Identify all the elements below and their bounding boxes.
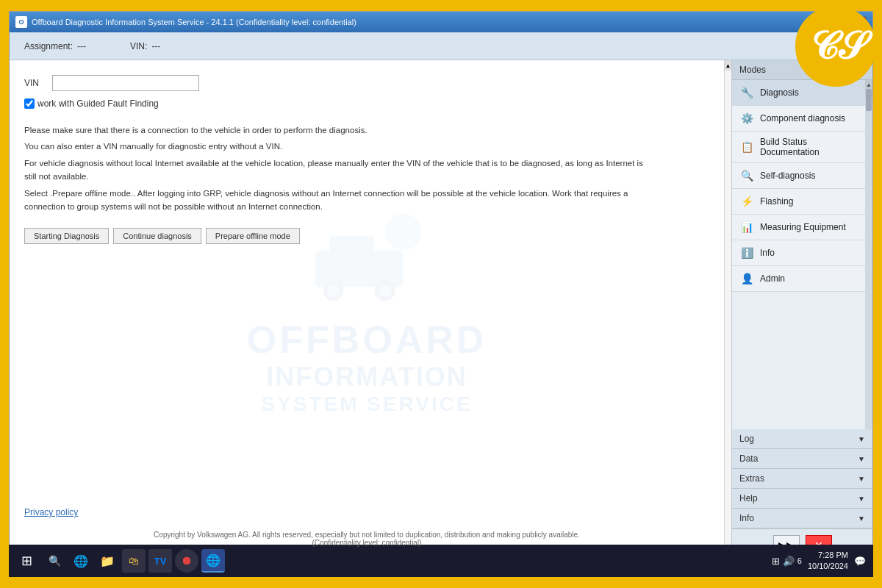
- sidebar-item-component-diagnosis[interactable]: ⚙️Component diagnosis: [732, 106, 865, 132]
- taskbar-system-tray: ⊞ 🔊: [772, 556, 795, 567]
- collapsed-arrow-2: ▼: [858, 475, 865, 483]
- record-button[interactable]: ⏺: [175, 549, 198, 573]
- content-area: 🔧 OFFBOARD INFORMATION SYSTEM SERVICE VI…: [10, 60, 872, 562]
- copyright-line2: (Confidentiality level: confidential): [10, 539, 724, 547]
- store-button[interactable]: 🛍: [122, 549, 146, 573]
- action-buttons: Starting Diagnosis Continue diagnosis Pr…: [24, 228, 709, 244]
- active-app-button[interactable]: 🌐: [201, 549, 225, 573]
- collapsed-label-1: Data: [739, 453, 758, 464]
- sidebar-item-icon-6: ℹ️: [739, 245, 754, 260]
- privacy-policy-link[interactable]: Privacy policy: [24, 507, 78, 517]
- sidebar-item-self-diagnosis[interactable]: 🔍Self-diagnosis: [732, 163, 865, 189]
- assignment-label: Assignment:: [24, 41, 73, 51]
- sidebar-collapsed-extras[interactable]: Extras▼: [732, 469, 872, 489]
- svg-point-3: [328, 285, 340, 297]
- sidebar-item-icon-1: ⚙️: [739, 111, 754, 126]
- notification-button[interactable]: 💬: [851, 556, 869, 567]
- vin-section-header: VIN: ---: [130, 41, 160, 51]
- starting-diagnosis-button[interactable]: Starting Diagnosis: [24, 228, 109, 244]
- watermark-logo-text: 𝒞𝒮: [808, 24, 864, 68]
- sidebar-scroll-up[interactable]: ▲: [865, 80, 872, 89]
- watermark-line2: INFORMATION: [247, 362, 487, 392]
- sidebar-item-label-4: Flashing: [760, 196, 793, 207]
- sidebar-collapsed-log[interactable]: Log▼: [732, 429, 872, 449]
- watermark-line3: SYSTEM SERVICE: [247, 392, 487, 416]
- svg-point-2: [323, 281, 344, 301]
- sidebar-item-label-0: Diagnosis: [760, 87, 799, 98]
- sidebar-item-info[interactable]: ℹ️Info: [732, 240, 865, 266]
- sidebar: Modes ▲ 🔧Diagnosis⚙️Component diagnosis📋…: [731, 60, 872, 562]
- clock-date: 10/10/2024: [808, 561, 848, 572]
- collapsed-sections: Log▼Data▼Extras▼Help▼Info▼: [732, 429, 872, 528]
- sidebar-item-icon-3: 🔍: [739, 168, 754, 183]
- sidebar-item-icon-2: 📋: [739, 140, 754, 154]
- edge-browser-button[interactable]: 🌐: [69, 549, 93, 573]
- sidebar-collapsed-help[interactable]: Help▼: [732, 489, 872, 509]
- sidebar-item-icon-4: ⚡: [739, 194, 754, 209]
- svg-point-5: [379, 285, 391, 297]
- sidebar-items-list: 🔧Diagnosis⚙️Component diagnosis📋Build St…: [732, 80, 865, 429]
- sidebar-content: 🔧Diagnosis⚙️Component diagnosis📋Build St…: [732, 80, 872, 429]
- sidebar-item-admin[interactable]: 👤Admin: [732, 266, 865, 292]
- main-scrollbar[interactable]: ▲ ▼: [724, 60, 731, 562]
- sidebar-item-flashing[interactable]: ⚡Flashing: [732, 189, 865, 215]
- vin-input-field[interactable]: [52, 75, 199, 91]
- modes-header-label: Modes: [739, 65, 766, 75]
- scroll-thumb-area[interactable]: [725, 71, 731, 551]
- clock-time: 7:28 PM: [808, 550, 848, 561]
- volume-icon: 🔊: [783, 556, 795, 567]
- svg-rect-0: [315, 251, 404, 287]
- sidebar-item-label-1: Component diagnosis: [760, 113, 845, 123]
- sidebar-collapsed-info[interactable]: Info▼: [732, 509, 872, 528]
- info-text-2: You can also enter a VIN manually for di…: [24, 140, 656, 153]
- sidebar-item-build-status-documentation[interactable]: 📋Build Status Documentation: [732, 132, 865, 163]
- window-title: Offboard Diagnostic Information System S…: [32, 18, 824, 26]
- watermark-line1: OFFBOARD: [247, 318, 487, 362]
- info-text-1: Please make sure that there is a connect…: [24, 123, 656, 137]
- collapsed-label-4: Info: [739, 513, 754, 523]
- guided-fault-checkbox-row: work with Guided Fault Finding: [24, 98, 709, 109]
- copyright-line1: Copyright by Volkswagen AG. All rights r…: [10, 531, 724, 539]
- sidebar-scrollbar[interactable]: ▲ ▼: [865, 80, 872, 429]
- info-text-3: For vehicle diagnosis without local Inte…: [24, 157, 656, 184]
- sidebar-item-icon-5: 📊: [739, 220, 754, 234]
- copyright-area: Copyright by Volkswagen AG. All rights r…: [10, 531, 724, 547]
- assignment-section: Assignment: ---: [24, 41, 86, 51]
- sidebar-item-label-7: Admin: [760, 273, 785, 284]
- vin-input-row: VIN: [24, 75, 709, 91]
- start-button[interactable]: ⊞: [13, 549, 40, 573]
- continue-diagnosis-button[interactable]: Continue diagnosis: [113, 228, 201, 244]
- watermark-logo: 𝒞𝒮: [795, 6, 876, 87]
- collapsed-label-0: Log: [739, 434, 754, 444]
- svg-point-4: [375, 281, 395, 301]
- file-explorer-button[interactable]: 📁: [96, 549, 119, 573]
- collapsed-arrow-0: ▼: [858, 435, 865, 443]
- sidebar-scroll-thumb: [866, 89, 872, 111]
- info-text-4: Select .Prepare offline mode.. After log…: [24, 187, 656, 214]
- sidebar-collapsed-data[interactable]: Data▼: [732, 449, 872, 469]
- vin-header-value: ---: [151, 41, 160, 51]
- collapsed-arrow-4: ▼: [858, 514, 865, 523]
- assignment-value: ---: [77, 41, 86, 51]
- system-clock: 7:28 PM 10/10/2024: [808, 550, 848, 573]
- guided-fault-checkbox[interactable]: [24, 98, 35, 109]
- scroll-up-arrow[interactable]: ▲: [725, 60, 731, 71]
- window-icon: O: [15, 16, 27, 28]
- collapsed-arrow-3: ▼: [858, 495, 865, 503]
- sidebar-item-label-2: Build Status Documentation: [760, 137, 858, 157]
- collapsed-arrow-1: ▼: [858, 455, 865, 463]
- sidebar-item-measuring-equipment[interactable]: 📊Measuring Equipment: [732, 215, 865, 240]
- search-button[interactable]: 🔍: [43, 549, 66, 573]
- sidebar-item-label-5: Measuring Equipment: [760, 222, 846, 232]
- collapsed-label-2: Extras: [739, 473, 764, 484]
- sidebar-item-icon-7: 👤: [739, 271, 754, 286]
- prepare-offline-button[interactable]: Prepare offline mode: [206, 228, 300, 244]
- window-icon-text: O: [18, 18, 24, 26]
- main-panel: 🔧 OFFBOARD INFORMATION SYSTEM SERVICE VI…: [10, 60, 724, 562]
- vin-field-label: VIN: [24, 78, 46, 88]
- collapsed-label-3: Help: [739, 493, 758, 503]
- teamviewer-button[interactable]: TV: [148, 549, 172, 573]
- title-bar: O Offboard Diagnostic Information System…: [10, 12, 872, 32]
- header-bar: Assignment: --- VIN: --- ? ? V i: [10, 32, 872, 60]
- main-window: O Offboard Diagnostic Information System…: [9, 11, 873, 577]
